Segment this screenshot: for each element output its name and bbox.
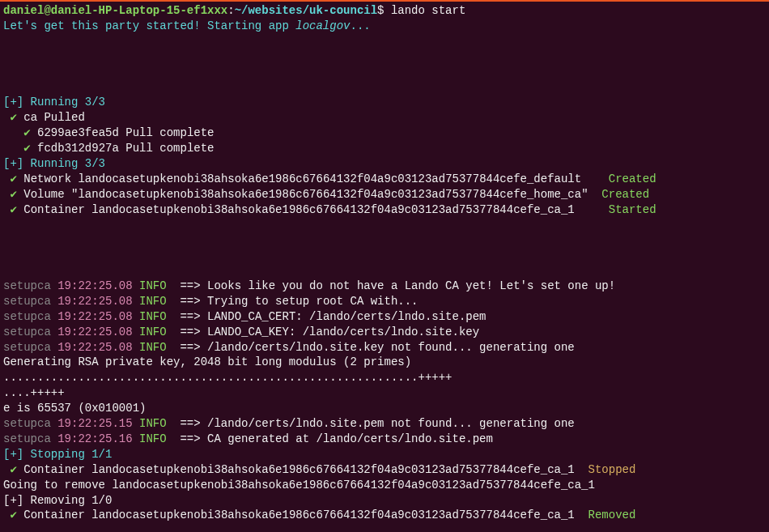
- check-icon: ✔: [3, 188, 23, 201]
- log-line: setupca 19:22:25.08 INFO ==> LANDO_CA_CE…: [3, 309, 766, 325]
- rsa-dots: ........................................…: [3, 370, 766, 385]
- log-time: 19:22:25.15: [57, 417, 139, 430]
- log-level: INFO: [139, 432, 173, 445]
- command: lando start: [391, 4, 465, 17]
- log-msg: ==> /lando/certs/lndo.site.key not found…: [173, 341, 575, 354]
- log-time: 19:22:25.08: [57, 279, 139, 292]
- colon: :: [227, 4, 234, 17]
- terminal-output: daniel@daniel-HP-Laptop-15-ef1xxx:~/webs…: [3, 3, 766, 523]
- startup-line: Let's get this party started! Starting a…: [3, 19, 766, 34]
- check-icon: ✔: [3, 172, 23, 185]
- check-icon: ✔: [3, 142, 37, 155]
- check-icon: ✔: [3, 509, 23, 521]
- running-header-2: [+] Running 3/3: [3, 156, 766, 172]
- pull-text: 6299ae3fea5d Pull complete: [37, 126, 214, 139]
- prompt-line[interactable]: daniel@daniel-HP-Laptop-15-ef1xxx:~/webs…: [3, 3, 766, 19]
- log-level: INFO: [139, 279, 173, 292]
- log-time: 19:22:25.16: [57, 432, 139, 445]
- remove-notice: Going to remove landocasetupkenobi38ahso…: [3, 478, 766, 493]
- log-time: 19:22:25.08: [57, 310, 139, 323]
- status-created: Created: [609, 172, 656, 185]
- stopping-header: [+] Stopping 1/1: [3, 447, 766, 462]
- resource-type: Network: [23, 172, 78, 185]
- log-service: setupca: [3, 295, 57, 308]
- pull-line-3: ✔ fcdb312d927a Pull complete: [3, 141, 766, 156]
- resource-type: Container: [23, 463, 91, 476]
- log-level: INFO: [139, 417, 173, 430]
- log-line: setupca 19:22:25.08 INFO ==> /lando/cert…: [3, 340, 766, 355]
- resource-name: landocasetupkenobi38ahsoka6e1986c6766413…: [78, 172, 608, 185]
- resource-type: Volume: [23, 188, 71, 201]
- log-time: 19:22:25.08: [57, 295, 139, 308]
- log-line: setupca 19:22:25.08 INFO ==> LANDO_CA_KE…: [3, 325, 766, 340]
- check-icon: ✔: [3, 126, 37, 139]
- pull-text: fcdb312d927a Pull complete: [37, 142, 214, 155]
- check-icon: ✔: [3, 111, 23, 124]
- startup-suffix: ...: [350, 19, 370, 32]
- status-started: Started: [609, 203, 656, 216]
- log-service: setupca: [3, 310, 57, 323]
- pull-text: ca Pulled: [23, 111, 85, 124]
- check-icon: ✔: [3, 203, 23, 216]
- log-service: setupca: [3, 417, 57, 430]
- log-service: setupca: [3, 326, 57, 338]
- running-header-1: [+] Running 3/3: [3, 95, 766, 110]
- log-level: INFO: [139, 341, 173, 354]
- container-line: ✔ Container landocasetupkenobi38ahsoka6e…: [3, 202, 766, 218]
- log-msg: ==> /lando/certs/lndo.site.pem not found…: [173, 417, 575, 430]
- log-service: setupca: [3, 279, 57, 292]
- volume-line: ✔ Volume "landocasetupkenobi38ahsoka6e19…: [3, 187, 766, 202]
- user-host: daniel@daniel-HP-Laptop-15-ef1xxx: [3, 4, 227, 17]
- startup-text: Let's get this party started! Starting a…: [3, 19, 295, 32]
- log-time: 19:22:25.08: [57, 341, 139, 354]
- resource-name: landocasetupkenobi38ahsoka6e1986c6766413…: [91, 509, 588, 521]
- log-level: INFO: [139, 310, 173, 323]
- log-service: setupca: [3, 432, 57, 445]
- log-line: setupca 19:22:25.08 INFO ==> Trying to s…: [3, 294, 766, 309]
- resource-type: Container: [23, 203, 91, 216]
- pull-line-1: ✔ ca Pulled: [3, 110, 766, 126]
- log-msg: ==> LANDO_CA_KEY: /lando/certs/lndo.site…: [173, 326, 479, 338]
- log-msg: ==> Trying to setup root CA with...: [173, 295, 418, 308]
- status-removed: Removed: [588, 509, 636, 521]
- log-line: setupca 19:22:25.15 INFO ==> /lando/cert…: [3, 416, 766, 432]
- dollar: $: [377, 4, 391, 17]
- resource-type: Container: [23, 509, 91, 521]
- check-icon: ✔: [3, 463, 23, 476]
- resource-name: "landocasetupkenobi38ahsoka6e1986c676641…: [71, 188, 601, 201]
- rsa-dots: ....+++++: [3, 385, 766, 401]
- log-msg: ==> Looks like you do not have a Lando C…: [173, 279, 615, 292]
- status-created: Created: [601, 188, 649, 201]
- removing-header: [+] Removing 1/0: [3, 493, 766, 509]
- resource-name: landocasetupkenobi38ahsoka6e1986c6766413…: [91, 463, 588, 476]
- pull-line-2: ✔ 6299ae3fea5d Pull complete: [3, 126, 766, 141]
- resource-name: landocasetupkenobi38ahsoka6e1986c6766413…: [91, 203, 609, 216]
- log-time: 19:22:25.08: [57, 326, 139, 338]
- rsa-line: Generating RSA private key, 2048 bit lon…: [3, 355, 766, 370]
- status-stopped: Stopped: [588, 463, 636, 476]
- log-level: INFO: [139, 326, 173, 338]
- log-msg: ==> LANDO_CA_CERT: /lando/certs/lndo.sit…: [173, 310, 486, 323]
- container-remove-line: ✔ Container landocasetupkenobi38ahsoka6e…: [3, 508, 766, 523]
- log-line: setupca 19:22:25.08 INFO ==> Looks like …: [3, 279, 766, 294]
- app-name: localgov: [295, 19, 350, 32]
- container-stop-line: ✔ Container landocasetupkenobi38ahsoka6e…: [3, 462, 766, 478]
- log-msg: ==> CA generated at /lando/certs/lndo.si…: [173, 432, 493, 445]
- log-level: INFO: [139, 295, 173, 308]
- rsa-exponent: e is 65537 (0x010001): [3, 401, 766, 416]
- log-service: setupca: [3, 341, 57, 354]
- path: ~/websites/uk-council: [235, 4, 377, 17]
- log-line: setupca 19:22:25.16 INFO ==> CA generate…: [3, 432, 766, 447]
- network-line: ✔ Network landocasetupkenobi38ahsoka6e19…: [3, 172, 766, 187]
